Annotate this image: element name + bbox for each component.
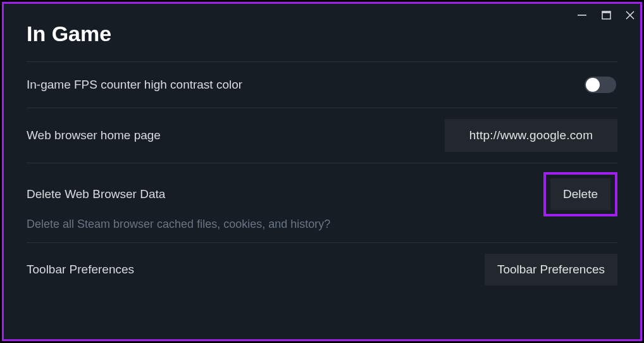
maximize-button[interactable] bbox=[598, 8, 614, 23]
fps-contrast-toggle[interactable] bbox=[585, 77, 616, 93]
fps-contrast-row: In-game FPS counter high contrast color bbox=[27, 62, 617, 108]
toolbar-prefs-row: Toolbar Preferences Toolbar Preferences bbox=[27, 243, 617, 296]
delete-browser-data-section: Delete Web Browser Data Delete Delete al… bbox=[27, 163, 617, 242]
settings-content: In Game In-game FPS counter high contras… bbox=[4, 4, 640, 309]
close-icon bbox=[625, 10, 635, 20]
window-controls bbox=[574, 8, 640, 23]
toggle-knob bbox=[586, 78, 600, 92]
minimize-button[interactable] bbox=[574, 8, 590, 23]
page-title: In Game bbox=[27, 22, 617, 46]
window-frame: In Game In-game FPS counter high contras… bbox=[2, 2, 642, 341]
home-page-row: Web browser home page bbox=[27, 108, 617, 163]
close-button[interactable] bbox=[622, 8, 638, 23]
delete-button[interactable]: Delete bbox=[550, 178, 610, 210]
minimize-icon bbox=[577, 10, 587, 20]
fps-contrast-label: In-game FPS counter high contrast color bbox=[27, 78, 242, 92]
home-page-input[interactable] bbox=[445, 119, 617, 152]
home-page-label: Web browser home page bbox=[27, 128, 161, 142]
highlight-box: Delete bbox=[543, 172, 617, 216]
delete-browser-data-label: Delete Web Browser Data bbox=[27, 187, 165, 201]
toolbar-prefs-label: Toolbar Preferences bbox=[27, 263, 134, 277]
maximize-icon bbox=[602, 11, 611, 20]
toolbar-prefs-button[interactable]: Toolbar Preferences bbox=[485, 254, 617, 285]
delete-browser-data-description: Delete all Steam browser cached files, c… bbox=[27, 218, 617, 242]
